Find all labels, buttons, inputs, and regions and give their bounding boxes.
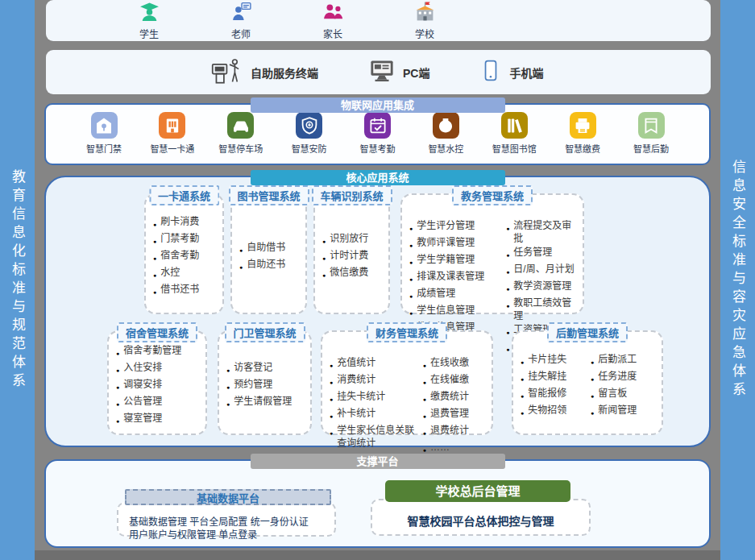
iot-app-item: 智慧停车场 bbox=[212, 112, 270, 164]
bullet-icon: ● bbox=[506, 326, 509, 339]
bullet-icon: ● bbox=[116, 415, 119, 428]
user-type-item: 老师 bbox=[215, 1, 267, 40]
bullet-icon: ● bbox=[423, 376, 426, 389]
list-item: ●任务进度 bbox=[591, 370, 659, 386]
right-sidebar: 信息安全标准与容灾应急体系 bbox=[720, 0, 755, 560]
iot-header-tab: 物联网应用集成 bbox=[251, 97, 505, 113]
list-item: ●入住安排 bbox=[116, 361, 181, 377]
list-item: ●借书还书 bbox=[153, 283, 199, 299]
bullet-icon: ● bbox=[330, 393, 333, 406]
user-type-item: 家长 bbox=[307, 1, 359, 40]
iot-app-label: 智慧后勤 bbox=[633, 142, 669, 155]
list-item-text: 调寝安排 bbox=[123, 378, 162, 391]
attendance-icon bbox=[364, 112, 391, 139]
system-box: 财务管理系统●充值统计●消费统计●挂失卡统计●补卡统计●学生家长信息关联查询统计… bbox=[321, 330, 493, 435]
iot-app-label: 智慧图书馆 bbox=[492, 142, 537, 155]
student-icon bbox=[139, 1, 160, 26]
onecard-icon bbox=[159, 112, 185, 139]
list-item: ●补卡统计 bbox=[330, 407, 421, 423]
list-item-text: 流程提交及审批 bbox=[513, 219, 580, 245]
list-item: ●学生请假管理 bbox=[226, 395, 292, 411]
list-item: ●充值统计 bbox=[330, 356, 421, 372]
list-item: ●学生家长信息关联查询统计 bbox=[330, 424, 421, 450]
bullet-icon: ● bbox=[409, 273, 413, 286]
system-box-title: 后勤管理系统 bbox=[547, 322, 628, 342]
left-sidebar: 教育信息化标准与规范体系 bbox=[0, 0, 35, 560]
terminal-label: 手机端 bbox=[509, 64, 543, 81]
user-type-label: 学生 bbox=[139, 27, 159, 40]
iot-app-label: 智慧缴费 bbox=[565, 142, 600, 155]
iot-app-label: 智慧门禁 bbox=[86, 142, 122, 155]
system-box: 门卫管理系统●访客登记●预约管理●学生请假管理 bbox=[218, 330, 312, 435]
bullet-icon: ● bbox=[226, 398, 230, 411]
bullet-icon: ● bbox=[506, 343, 509, 356]
item-column: ●在线收缴●在线催缴●缴费统计●退费管理●退费统计●…… bbox=[423, 343, 489, 429]
list-item: ●门禁考勤 bbox=[153, 232, 199, 248]
security-icon bbox=[296, 112, 322, 139]
list-item-text: 排课及课表管理 bbox=[417, 270, 484, 283]
list-item-text: 水控 bbox=[160, 266, 180, 279]
list-item: ●调寝安排 bbox=[116, 378, 181, 394]
iot-app-item: 智慧缴费 bbox=[554, 112, 612, 164]
water-icon bbox=[433, 112, 459, 139]
list-item: ●学生信息管理 bbox=[409, 304, 504, 320]
bullet-icon: ● bbox=[330, 427, 333, 440]
iot-app-item: 智慧考勤 bbox=[349, 112, 407, 164]
system-box-title: 宿舍管理系统 bbox=[117, 322, 197, 342]
bullet-icon: ● bbox=[521, 373, 524, 386]
list-item: ●失物招领 bbox=[521, 404, 589, 420]
bullet-icon: ● bbox=[409, 290, 413, 303]
iot-app-label: 智慧水控 bbox=[428, 142, 463, 155]
list-item-text: 识别放行 bbox=[330, 232, 368, 245]
system-box-items: ●充值统计●消费统计●挂失卡统计●补卡统计●学生家长信息关联查询统计●在线收缴●… bbox=[322, 332, 492, 433]
iot-app-item: 智慧图书馆 bbox=[485, 112, 543, 164]
basic-data-platform-content: 基础数据管理 平台全局配置 统一身份认证 用户账户与权限管理 单点登录 bbox=[117, 502, 336, 537]
bullet-icon: ● bbox=[591, 356, 594, 369]
terminal-item: 自助服务终端 bbox=[211, 57, 318, 88]
list-item: ●挂失卡统计 bbox=[330, 390, 421, 406]
list-item: ●退费管理 bbox=[423, 407, 489, 423]
list-item-text: 教学资源管理 bbox=[513, 280, 571, 292]
iot-app-item: 智慧门禁 bbox=[75, 112, 133, 164]
user-type-item: 学生 bbox=[123, 1, 175, 40]
list-item: ●任务管理 bbox=[506, 246, 580, 262]
system-box-title: 教务管理系统 bbox=[452, 185, 533, 205]
bullet-icon: ● bbox=[521, 356, 524, 369]
user-type-item: 学校 bbox=[399, 1, 450, 40]
list-item-text: 缴费统计 bbox=[430, 390, 469, 403]
bullet-icon: ● bbox=[409, 256, 413, 269]
system-box-items: ●自助借书●自助还书 bbox=[232, 195, 305, 313]
list-item: ●学生评分管理 bbox=[409, 219, 504, 235]
list-item-text: 挂失解挂 bbox=[528, 370, 566, 383]
list-item: ●流程提交及审批 bbox=[506, 219, 580, 245]
user-type-label: 学校 bbox=[415, 27, 434, 40]
list-item: ●教师评课管理 bbox=[409, 236, 504, 252]
bullet-icon: ● bbox=[239, 244, 243, 257]
parents-icon bbox=[322, 1, 344, 26]
payment-icon bbox=[570, 112, 596, 139]
bullet-icon: ● bbox=[226, 381, 230, 394]
system-box-title: 门卫管理系统 bbox=[224, 322, 305, 342]
iot-app-item: 智慧后勤 bbox=[622, 112, 680, 164]
bullet-icon: ● bbox=[409, 307, 413, 320]
system-box: 宿舍管理系统●宿舍考勤管理●入住安排●调寝安排●公告管理●寝室管理 bbox=[107, 330, 207, 435]
bullet-icon: ● bbox=[322, 269, 326, 282]
bullet-icon: ● bbox=[153, 286, 156, 299]
system-box-items: ●识别放行●计时计费●微信缴费 bbox=[315, 195, 388, 313]
item-column: ●识别放行●计时计费●微信缴费 bbox=[322, 206, 368, 308]
system-box-items: ●卡片挂失●挂失解挂●智能报修●失物招领●后勤派工●任务进度●留言板●新闻管理 bbox=[513, 332, 662, 433]
iot-app-item: 智慧一卡通 bbox=[143, 112, 201, 164]
user-type-label: 老师 bbox=[231, 27, 251, 40]
list-item: ●智能报修 bbox=[521, 387, 589, 403]
bullet-icon: ● bbox=[116, 398, 119, 411]
list-item-text: 日/周、月计划 bbox=[513, 263, 574, 276]
list-item: ●在线收缴 bbox=[423, 356, 489, 372]
list-item-text: 卡片挂失 bbox=[528, 353, 566, 366]
bullet-icon: ● bbox=[116, 347, 119, 360]
list-item-text: 预约管理 bbox=[234, 378, 272, 391]
bullet-icon: ● bbox=[116, 364, 119, 377]
list-item-text: 教师评课管理 bbox=[417, 236, 475, 249]
bullet-icon: ● bbox=[239, 261, 243, 274]
list-item: ●排课及课表管理 bbox=[409, 270, 504, 286]
list-item: ●教学资源管理 bbox=[506, 280, 580, 296]
